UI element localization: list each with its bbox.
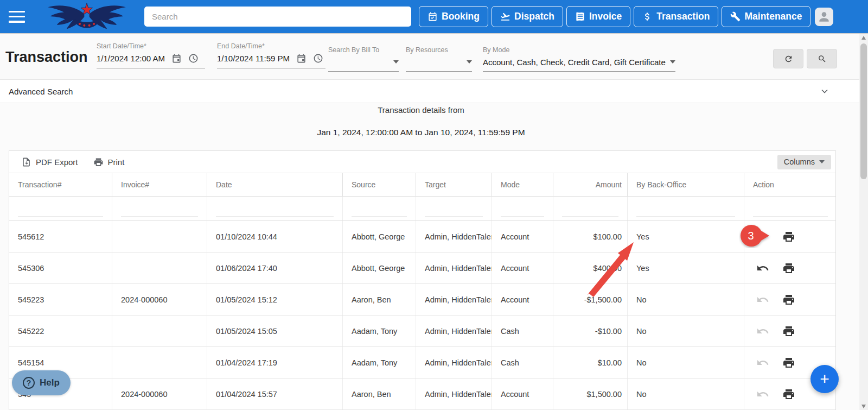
global-search-input[interactable]	[144, 7, 411, 27]
end-date-value[interactable]: 1/10/2024 11:59 PM	[217, 54, 290, 63]
filter-amount-input[interactable]	[562, 206, 618, 217]
print-icon[interactable]	[782, 325, 795, 338]
search-button[interactable]	[807, 49, 837, 68]
transaction-date: 01/05/2024 15:12	[207, 284, 342, 315]
filter-source-input[interactable]	[352, 206, 407, 217]
undo-icon	[756, 356, 769, 369]
target-name: Admin, HiddenTalent	[416, 316, 492, 346]
resources-label: By Resources	[406, 46, 472, 54]
column-header-action[interactable]: Action	[744, 173, 837, 196]
scrollbar-thumb[interactable]	[860, 43, 867, 179]
hamburger-menu-icon[interactable]	[9, 11, 25, 23]
scroll-up-arrow-icon[interactable]	[861, 36, 866, 40]
target-name: Admin, HiddenTalent	[416, 347, 492, 378]
column-header-target[interactable]: Target	[416, 173, 492, 196]
filter-back-office-input[interactable]	[636, 206, 735, 217]
undo-icon	[756, 293, 769, 306]
column-header-back-office[interactable]: By Back-Office	[627, 173, 744, 196]
transaction-date: 01/04/2024 17:19	[207, 347, 342, 378]
filter-transaction-input[interactable]	[18, 206, 103, 217]
back-office-flag: Yes	[627, 221, 744, 252]
table-row[interactable]: 545 2024-000060 01/04/2024 15:57 Aaron, …	[9, 379, 835, 410]
filter-invoice-input[interactable]	[121, 206, 198, 217]
print-icon[interactable]	[782, 293, 795, 306]
column-header-mode[interactable]: Mode	[492, 173, 553, 196]
invoice-number	[112, 347, 207, 378]
filter-mode-input[interactable]	[501, 206, 544, 217]
vertical-scrollbar[interactable]	[859, 34, 868, 410]
user-avatar[interactable]	[815, 8, 833, 26]
transactions-table: PDF Export Print Columns Transaction# In…	[9, 150, 836, 410]
scroll-down-arrow-icon[interactable]	[861, 405, 866, 408]
transaction-number: 545306	[9, 253, 112, 283]
print-icon[interactable]	[782, 388, 795, 401]
columns-dropdown-button[interactable]: Columns	[777, 155, 831, 169]
transaction-date: 01/10/2024 10:44	[207, 221, 342, 252]
filter-date-input[interactable]	[216, 206, 334, 217]
filter-bar: Transaction Start Date/Time* 1/1/2024 12…	[0, 34, 868, 79]
add-transaction-fab[interactable]: +	[810, 365, 839, 393]
wrench-icon	[730, 11, 741, 22]
amount-value: $10.00	[553, 347, 627, 378]
column-header-invoice[interactable]: Invoice#	[112, 173, 207, 196]
source-name: Abbott, George	[342, 253, 416, 283]
maintenance-button[interactable]: Maintenance	[722, 6, 810, 27]
calendar-picker-icon[interactable]	[171, 53, 182, 64]
column-header-amount[interactable]: Amount	[553, 173, 627, 196]
print-icon[interactable]	[782, 262, 795, 275]
chevron-down-icon[interactable]	[393, 60, 399, 64]
table-row[interactable]: 545223 2024-000060 01/05/2024 15:12 Aaro…	[9, 284, 835, 316]
clock-picker-icon[interactable]	[313, 53, 323, 64]
invoice-button[interactable]: Invoice	[566, 6, 630, 27]
target-name: Admin, HiddenTalent	[416, 379, 492, 409]
plane-landing-icon	[500, 11, 510, 22]
filter-target-input[interactable]	[425, 206, 483, 217]
mode-dropdown[interactable]: By Mode Account, Cash, Check, Credit Car…	[483, 46, 675, 72]
payment-mode: Cash	[492, 316, 553, 346]
source-name: Aaron, Ben	[342, 284, 416, 315]
print-table-button[interactable]: Print	[93, 157, 125, 167]
table-row[interactable]: 545222 01/05/2024 15:05 Aadam, Tony Admi…	[9, 316, 835, 347]
pdf-export-button[interactable]: PDF Export	[21, 157, 78, 167]
refresh-button[interactable]	[773, 49, 803, 68]
chevron-down-icon[interactable]	[467, 60, 472, 64]
clock-picker-icon[interactable]	[188, 53, 199, 64]
filter-action-input[interactable]	[753, 206, 828, 217]
invoice-number	[112, 316, 207, 346]
column-header-date[interactable]: Date	[207, 173, 342, 196]
print-icon[interactable]	[782, 230, 795, 243]
payment-mode: Account	[492, 221, 553, 252]
search-icon	[818, 54, 827, 64]
table-row[interactable]: 545306 01/06/2024 17:40 Abbott, George A…	[9, 253, 835, 284]
table-row[interactable]: 545154 01/04/2024 17:19 Aadam, Tony Admi…	[9, 347, 835, 379]
help-button[interactable]: ? Help	[12, 370, 71, 395]
table-row[interactable]: 545612 01/10/2024 10:44 Abbott, George A…	[9, 221, 835, 253]
nav-button-group: Booking Dispatch Invoice Transaction Mai…	[419, 6, 810, 27]
column-header-transaction[interactable]: Transaction#	[9, 173, 112, 196]
start-date-value[interactable]: 1/1/2024 12:00 AM	[97, 54, 165, 63]
column-header-source[interactable]: Source	[342, 173, 416, 196]
chevron-down-icon[interactable]	[670, 60, 675, 64]
transaction-date: 01/04/2024 15:57	[207, 379, 342, 409]
undo-icon[interactable]	[756, 262, 769, 275]
bill-to-dropdown[interactable]: Search By Bill To	[328, 46, 399, 72]
transaction-number: 545612	[9, 221, 112, 252]
back-office-flag: No	[627, 316, 744, 346]
table-header-row: Transaction# Invoice# Date Source Target…	[9, 173, 835, 197]
end-date-label: End Date/Time*	[217, 42, 326, 50]
resources-dropdown[interactable]: By Resources	[406, 46, 472, 72]
dispatch-button[interactable]: Dispatch	[492, 6, 563, 27]
source-name: Aadam, Tony	[342, 316, 416, 346]
invoice-number	[112, 253, 207, 283]
page-title: Transaction	[5, 49, 88, 66]
payment-mode: Account	[492, 284, 553, 315]
booking-button[interactable]: Booking	[419, 6, 488, 27]
calendar-picker-icon[interactable]	[296, 53, 307, 64]
table-toolbar: PDF Export Print Columns	[9, 151, 835, 173]
transaction-number: 545223	[9, 284, 112, 315]
print-icon[interactable]	[782, 356, 795, 369]
bill-to-label: Search By Bill To	[328, 46, 399, 54]
top-navbar: Booking Dispatch Invoice Transaction Mai…	[0, 0, 868, 34]
advanced-search-toggle[interactable]: Advanced Search	[0, 79, 868, 103]
transaction-button[interactable]: Transaction	[634, 6, 718, 27]
